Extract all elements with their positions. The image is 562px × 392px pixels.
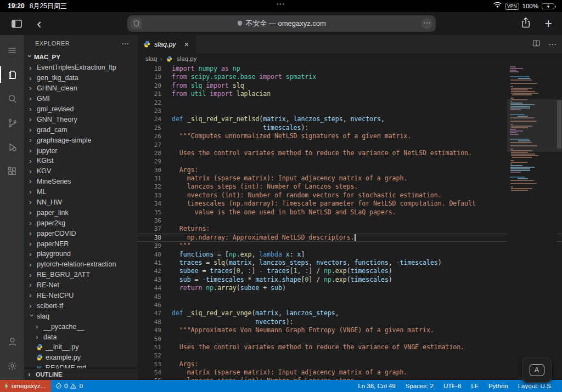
line-number[interactable]: 22 [137, 99, 161, 107]
code-line[interactable]: 43 sub = -timescales * matrix.shape[0] /… [137, 276, 562, 284]
tree-folder-item[interactable]: ›MineSeries [24, 177, 137, 187]
workspace-section-header[interactable]: › MAC_PY [24, 52, 137, 63]
code-line[interactable]: 27 [137, 141, 562, 149]
line-number[interactable]: 43 [137, 276, 161, 284]
editor-more-icon[interactable]: ⋯ [548, 39, 557, 49]
code-line[interactable]: 26 """Computes unnormalized NetLSD signa… [137, 132, 562, 140]
tree-folder-item[interactable]: ›scibert-tf [24, 300, 137, 311]
code-line[interactable]: 44 return np.array(subee + sub) [137, 284, 562, 292]
code-line[interactable]: 19from scipy.sparse.base import spmatrix [137, 73, 562, 81]
code-line[interactable]: 28 Uses the control variates method to r… [137, 149, 562, 157]
tree-folder-item[interactable]: ›RE-Net [24, 280, 137, 291]
search-icon[interactable] [0, 87, 24, 111]
keyboard-layout[interactable]: Layout: U.S. [513, 383, 558, 389]
extensions-icon[interactable] [0, 159, 24, 183]
tree-folder-item[interactable]: ›graphsage-simple [24, 135, 137, 145]
code-line[interactable]: 49 """Approximates Von Neumann Graph Ent… [137, 326, 562, 334]
remote-indicator[interactable]: omegaxyz... [0, 380, 51, 392]
code-line[interactable]: 46 [137, 301, 562, 309]
line-number[interactable]: 53 [137, 360, 161, 368]
line-number[interactable]: 54 [137, 368, 161, 377]
tree-folder-item[interactable]: ›KGist [24, 156, 137, 166]
tree-folder-item[interactable]: ›playground [24, 249, 137, 259]
line-number[interactable]: 44 [137, 284, 161, 292]
minimap-slider[interactable] [507, 99, 562, 152]
code-line[interactable]: 54 matrix (sparse matrix): Input adjacen… [137, 368, 562, 377]
line-number[interactable]: 30 [137, 166, 161, 174]
code-line[interactable]: 39 """ [137, 242, 562, 250]
code-line[interactable]: 18import numpy as np [137, 65, 562, 73]
line-number[interactable]: 40 [137, 251, 161, 259]
code-line[interactable]: 37 Returns: [137, 225, 562, 233]
tree-file-item[interactable]: __init__.py [24, 342, 137, 353]
code-line[interactable]: 50 [137, 335, 562, 343]
code-line[interactable]: 55 lanczos_steps (int): Number of Lanczo… [137, 377, 562, 380]
code-line[interactable]: 30 Args: [137, 166, 562, 174]
settings-gear-icon[interactable] [0, 354, 24, 378]
code-editor[interactable]: 18import numpy as np19from scipy.sparse.… [137, 64, 562, 380]
new-tab-icon[interactable]: + [545, 18, 552, 30]
tree-folder-item[interactable]: ›pytorch-relation-extraction [24, 259, 137, 270]
tree-folder-item[interactable]: ›paperCOVID [24, 228, 137, 238]
line-number[interactable]: 31 [137, 174, 161, 183]
indentation[interactable]: Spaces: 2 [401, 383, 439, 389]
code-line[interactable]: 23 [137, 107, 562, 115]
line-number[interactable]: 52 [137, 351, 161, 360]
code-line[interactable]: 45 [137, 293, 562, 301]
line-number[interactable]: 42 [137, 267, 161, 275]
scrollbar-thumb[interactable] [557, 100, 561, 149]
code-line[interactable]: 22 [137, 99, 562, 107]
tree-file-item[interactable]: example.py [24, 353, 137, 363]
account-icon[interactable] [0, 329, 24, 354]
line-number[interactable]: 28 [137, 149, 161, 157]
extension-icon[interactable] [131, 18, 142, 29]
line-number[interactable]: 51 [137, 343, 161, 351]
code-line[interactable]: 32 lanczos_steps (int): Number of Lanczo… [137, 183, 562, 191]
line-number[interactable]: 26 [137, 132, 161, 140]
tree-folder-item[interactable]: ›jupyter [24, 145, 137, 156]
address-bar[interactable]: 不安全 — omegaxyz.com ⋯ [127, 15, 436, 32]
line-number[interactable]: 47 [137, 309, 161, 317]
code-line[interactable]: 38 np.ndarray: Approximated NetLSD descr… [137, 234, 562, 242]
language-mode[interactable]: Python [484, 383, 513, 389]
line-number[interactable]: 41 [137, 259, 161, 267]
line-number[interactable]: 36 [137, 217, 161, 225]
code-line[interactable]: 48 nvectors): [137, 318, 562, 326]
line-number[interactable]: 34 [137, 200, 161, 208]
tree-folder-item[interactable]: ›RE_BGRU_2ATT [24, 270, 137, 280]
tree-folder-item[interactable]: ›KGV [24, 166, 137, 177]
tree-folder-item[interactable]: ›RE-NetCPU [24, 291, 137, 301]
code-line[interactable]: 47def _slq_red_var_vnge(matrix, lanczos_… [137, 309, 562, 317]
outline-section-header[interactable]: › OUTLINE [24, 368, 137, 380]
line-number[interactable]: 50 [137, 335, 161, 343]
line-number[interactable]: 32 [137, 183, 161, 191]
line-number[interactable]: 48 [137, 318, 161, 326]
breadcrumb-file[interactable]: slaq.py [177, 55, 196, 62]
tree-folder-item[interactable]: ›EventTriplesExtraction_ltp [24, 63, 137, 73]
code-line[interactable]: 25 timescales): [137, 124, 562, 132]
code-line[interactable]: 42 subee = traces[0, :] - traces[1, :] /… [137, 267, 562, 275]
line-number[interactable]: 49 [137, 326, 161, 334]
tree-folder-item[interactable]: ›slaq [24, 311, 137, 321]
tree-folder-item[interactable]: ›GMI [24, 94, 137, 104]
code-line[interactable]: 36 [137, 217, 562, 225]
tab-slaq-py[interactable]: slaq.py × [137, 35, 196, 53]
code-line[interactable]: 53 Args: [137, 360, 562, 368]
explorer-icon[interactable] [0, 63, 24, 87]
source-control-icon[interactable] [0, 111, 24, 135]
code-line[interactable]: 20from slq import slq [137, 82, 562, 90]
encoding[interactable]: UTF-8 [439, 383, 467, 389]
sidebar-toggle-icon[interactable] [11, 19, 23, 29]
line-number[interactable]: 55 [137, 377, 161, 380]
tree-folder-item[interactable]: ›gmi_revised [24, 104, 137, 115]
line-number[interactable]: 33 [137, 191, 161, 200]
run-debug-icon[interactable] [0, 135, 24, 159]
code-line[interactable]: 33 nvectors (int): Number of random vect… [137, 191, 562, 200]
line-number[interactable]: 46 [137, 301, 161, 309]
line-number[interactable]: 37 [137, 225, 161, 233]
close-icon[interactable]: × [184, 39, 189, 49]
page-more-icon[interactable]: ⋯ [422, 18, 432, 29]
line-number[interactable]: 35 [137, 208, 161, 217]
tree-folder-item[interactable]: ›grad_cam [24, 124, 137, 135]
back-button[interactable]: ‹ [37, 14, 42, 33]
